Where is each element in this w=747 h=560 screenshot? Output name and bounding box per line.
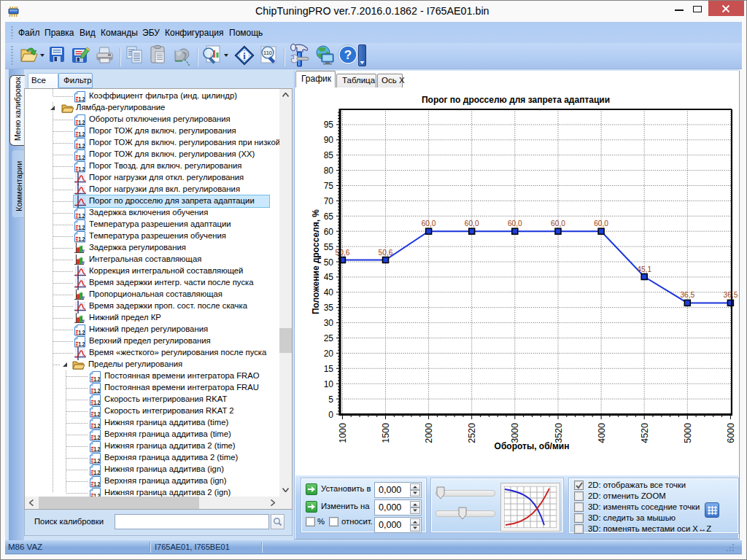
svg-text:45,1: 45,1 [637,265,651,273]
svg-text:50,6: 50,6 [335,249,349,257]
svg-text:95: 95 [324,120,334,130]
svg-text:4520: 4520 [640,423,650,443]
svg-text:1.2: 1.2 [79,119,85,126]
svg-text:30: 30 [324,318,334,328]
svg-text:36,5: 36,5 [723,291,738,299]
svg-text:10: 10 [324,379,334,389]
svg-text:50: 50 [324,257,334,268]
svg-text:1.2: 1.2 [79,236,85,243]
svg-text:25: 25 [324,333,334,343]
svg-text:65: 65 [324,211,334,222]
svg-text:60: 60 [324,227,334,237]
svg-text:85: 85 [324,150,334,160]
svg-text:60,0: 60,0 [465,219,479,228]
svg-text:15: 15 [324,364,334,374]
svg-text:1.2: 1.2 [94,411,101,418]
svg-text:1.2: 1.2 [94,469,101,476]
svg-text:1.2: 1.2 [79,224,85,231]
svg-text:20: 20 [324,349,334,359]
svg-text:1.2: 1.2 [94,399,101,406]
svg-text:75: 75 [324,181,334,191]
svg-text:5: 5 [328,394,333,405]
svg-text:1.2: 1.2 [94,434,101,441]
svg-text:3520: 3520 [554,423,564,443]
svg-text:1.2: 1.2 [79,131,85,138]
svg-text:Порог по дросселю для запрета: Порог по дросселю для запрета адаптации [422,95,610,105]
svg-text:1.2: 1.2 [94,457,101,464]
svg-text:1.2: 1.2 [79,212,85,219]
svg-text:40: 40 [324,287,334,298]
svg-text:60,0: 60,0 [594,219,608,228]
svg-text:1.2: 1.2 [94,387,101,394]
svg-text:Обороты, об/мин: Обороты, об/мин [495,441,570,451]
svg-text:1.2: 1.2 [79,329,85,336]
svg-text:70: 70 [324,196,334,206]
svg-text:1.2: 1.2 [94,376,101,383]
svg-text:1.2: 1.2 [79,154,85,161]
svg-text:80: 80 [324,166,334,176]
svg-text:1500: 1500 [381,423,391,443]
svg-text:1.2: 1.2 [94,446,101,453]
svg-text:1000: 1000 [338,423,348,443]
svg-text:1.2: 1.2 [79,96,85,103]
svg-text:50,6: 50,6 [379,249,393,257]
svg-text:60,0: 60,0 [422,219,436,228]
svg-text:2000: 2000 [424,423,434,443]
svg-text:36,5: 36,5 [680,291,694,299]
svg-text:1.2: 1.2 [94,481,101,488]
svg-text:1.2: 1.2 [79,142,85,149]
svg-text:55: 55 [324,242,334,252]
svg-text:35: 35 [324,303,334,313]
svg-text:6000: 6000 [726,423,736,443]
svg-text:60,0: 60,0 [508,219,522,228]
svg-text:45: 45 [324,272,334,282]
svg-text:1.2: 1.2 [94,422,101,429]
svg-text:3000: 3000 [510,423,520,443]
svg-text:60,0: 60,0 [551,219,565,228]
svg-text:5000: 5000 [683,423,693,443]
svg-text:90: 90 [324,135,334,145]
svg-text:Положение дросселя, %: Положение дросселя, % [311,209,321,314]
svg-text:4000: 4000 [597,423,607,443]
svg-text:2520: 2520 [467,423,477,443]
svg-text:0: 0 [328,410,333,420]
